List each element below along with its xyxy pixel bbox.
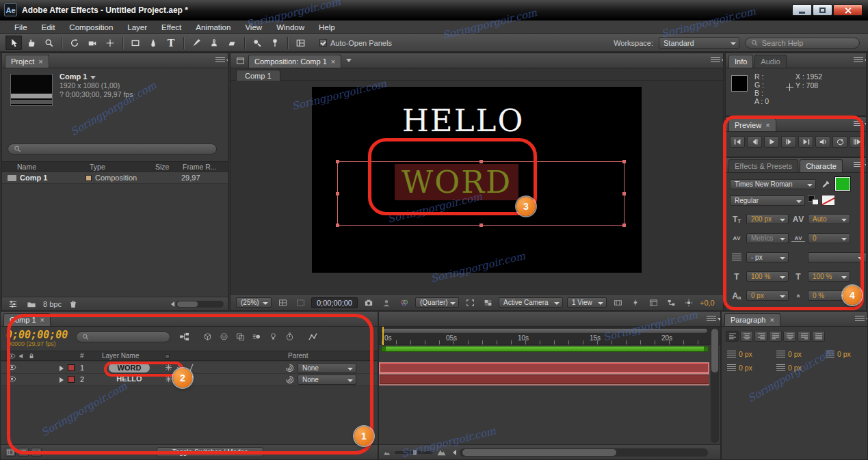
timeline-horizontal-scrollbar[interactable]	[460, 448, 708, 457]
expand-transfer-modes-button[interactable]	[18, 448, 29, 457]
comp-timecode[interactable]: 0;00;00;00	[311, 297, 358, 308]
auto-keyframe-button[interactable]	[282, 331, 296, 342]
timeline-zoom-slider[interactable]	[395, 451, 433, 454]
project-search-box[interactable]	[8, 144, 217, 154]
roto-brush-tool[interactable]	[249, 36, 265, 50]
loop-button[interactable]	[832, 136, 847, 148]
camera-tool[interactable]	[84, 36, 101, 50]
scrollbar-thumb[interactable]	[462, 449, 616, 456]
toggle-switches-modes-button[interactable]: Toggle Switches / Modes	[157, 447, 263, 457]
tab-list-chevron-icon[interactable]	[346, 59, 352, 62]
tab-timeline-comp1[interactable]: Comp 1×	[3, 313, 51, 326]
maximize-button[interactable]	[813, 4, 832, 16]
menu-composition[interactable]: Composition	[63, 22, 119, 33]
justify-last-left-button[interactable]	[769, 331, 782, 342]
region-of-interest-button[interactable]	[463, 297, 477, 308]
horizontal-scale-dropdown[interactable]: 100 %	[808, 271, 850, 282]
baseline-shift-dropdown[interactable]: 0 px	[746, 290, 789, 301]
snapshot-button[interactable]	[362, 297, 376, 308]
interpret-footage-button[interactable]	[6, 299, 20, 310]
previous-frame-button[interactable]	[747, 136, 762, 148]
audio-toggle-button[interactable]	[815, 136, 830, 148]
frame-blending-button[interactable]	[233, 331, 247, 342]
zoom-tool[interactable]	[41, 36, 57, 50]
workspace-dropdown[interactable]: Standard	[659, 37, 739, 49]
layer-name-text[interactable]: HELLO	[116, 375, 142, 383]
auto-open-panels-checkbox[interactable]	[319, 39, 327, 46]
selection-handle[interactable]	[336, 160, 339, 163]
project-search-input[interactable]	[25, 145, 211, 153]
font-style-dropdown[interactable]: Regular	[730, 195, 805, 206]
menu-edit[interactable]: Edit	[36, 22, 62, 33]
panel-menu-icon[interactable]	[854, 121, 863, 127]
stroke-fill-chips[interactable]	[808, 195, 819, 205]
tab-info[interactable]: Info	[728, 55, 753, 68]
layer-color-chip[interactable]	[68, 376, 75, 383]
first-frame-button[interactable]	[730, 136, 745, 148]
type-tool[interactable]: T	[163, 36, 179, 50]
composition-viewer[interactable]: HELLO WORD	[231, 81, 723, 294]
menu-animation[interactable]: Animation	[189, 22, 237, 33]
brainstorm-button[interactable]	[266, 331, 280, 342]
vertical-scale-dropdown[interactable]: 100 %	[746, 271, 789, 282]
menu-help[interactable]: Help	[313, 22, 341, 33]
pen-tool[interactable]	[145, 36, 161, 50]
parent-dropdown[interactable]: None	[298, 375, 356, 385]
indent-first-field[interactable]: 0 px	[776, 350, 802, 358]
hand-tool[interactable]	[23, 36, 40, 50]
word-text-selection[interactable]: WORD	[395, 164, 518, 200]
pixel-aspect-button[interactable]	[611, 297, 624, 308]
extra-dropdown[interactable]	[808, 252, 867, 262]
layer-bar-hello[interactable]	[379, 374, 709, 385]
video-visible-icon[interactable]	[8, 375, 16, 383]
selection-handle[interactable]	[336, 224, 339, 227]
panel-menu-icon[interactable]	[215, 57, 225, 64]
layer-name[interactable]: HELLO	[94, 375, 165, 383]
active-camera-dropdown[interactable]: Active Camera	[499, 297, 563, 308]
layer-name[interactable]: WORD	[94, 363, 165, 373]
timeline-timecode[interactable]: 0;00;00;00	[6, 329, 68, 341]
expand-in-out-button[interactable]	[31, 448, 42, 457]
justify-last-right-button[interactable]	[798, 331, 811, 342]
close-button[interactable]	[833, 4, 863, 16]
delete-item-button[interactable]	[66, 299, 80, 310]
space-before-field[interactable]: 0 px	[727, 364, 752, 372]
play-button[interactable]	[764, 136, 779, 148]
column-type[interactable]: Type	[90, 163, 105, 171]
ram-preview-button[interactable]	[850, 136, 865, 148]
chevron-down-icon[interactable]	[90, 76, 96, 79]
collapse-transformations-icon[interactable]	[165, 375, 172, 383]
transparency-grid-button[interactable]	[481, 297, 495, 308]
motion-blur-button[interactable]	[250, 331, 263, 342]
layer-expander-icon[interactable]	[60, 377, 64, 383]
flowchart-button[interactable]	[664, 297, 678, 308]
timeline-search-box[interactable]	[76, 332, 170, 342]
timeline-button[interactable]	[646, 297, 660, 308]
no-stroke-swatch[interactable]	[821, 195, 835, 206]
scrollbar-thumb[interactable]	[711, 329, 718, 373]
panel-menu-icon[interactable]	[854, 57, 863, 64]
column-size[interactable]: Size	[155, 163, 169, 171]
minimize-button[interactable]	[792, 4, 812, 16]
video-visible-icon[interactable]	[8, 364, 16, 371]
selection-handle[interactable]	[622, 160, 626, 163]
leading-dropdown[interactable]: - px	[746, 252, 789, 262]
tab-effects-presets[interactable]: Effects & Presets	[728, 159, 798, 172]
menu-effect[interactable]: Effect	[155, 22, 187, 33]
graph-editor-button[interactable]	[306, 331, 319, 342]
help-search-input[interactable]	[762, 39, 854, 47]
new-folder-button[interactable]	[25, 299, 38, 310]
close-tab-icon[interactable]: ×	[331, 58, 335, 66]
scroll-left-icon[interactable]	[453, 450, 456, 455]
menu-view[interactable]: View	[239, 22, 268, 33]
exposure-value[interactable]: +0,0	[700, 299, 715, 307]
tab-project[interactable]: Project×	[5, 55, 49, 68]
tracking-dropdown[interactable]: 0	[808, 233, 850, 243]
collapse-transformations-icon[interactable]	[165, 364, 172, 371]
close-tab-icon[interactable]: ×	[765, 122, 770, 129]
parent-dropdown[interactable]: None	[298, 363, 356, 373]
panel-menu-icon[interactable]	[707, 316, 716, 322]
show-channels-button[interactable]	[397, 297, 411, 308]
indent-right-field[interactable]: 0 px	[826, 350, 851, 358]
selection-handle[interactable]	[336, 192, 339, 195]
